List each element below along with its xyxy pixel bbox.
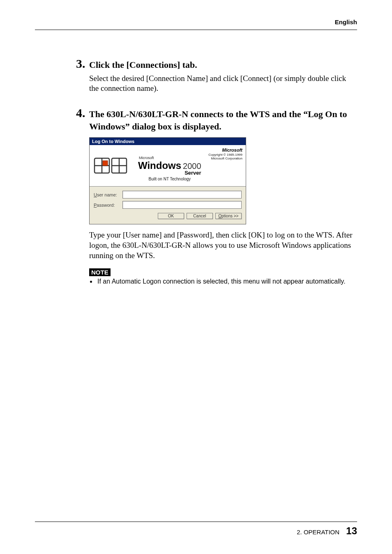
- password-field[interactable]: [122, 201, 242, 209]
- banner-copyright: Microsoft Copyright © 1985-1999 Microsof…: [208, 148, 242, 160]
- cancel-button[interactable]: Cancel: [187, 213, 213, 219]
- step-body-after: Type your [User name] and [Password], th…: [89, 230, 357, 261]
- dialog-banner: Microsoft Copyright © 1985-1999 Microsof…: [90, 145, 246, 187]
- footer-page-number: 13: [346, 525, 357, 536]
- password-row: Password:: [94, 201, 242, 209]
- step-body: Select the desired [Connection Name] and…: [89, 74, 357, 94]
- copyright-line1: Copyright © 1985-1999: [208, 153, 242, 157]
- username-row: User name:: [94, 191, 242, 199]
- logon-dialog-figure: Log On to Windows Microsoft Copyright © …: [89, 137, 357, 224]
- step-number: 3.: [76, 57, 89, 71]
- username-label: User name:: [94, 192, 122, 197]
- dialog-button-row: OK Cancel Options >>: [94, 213, 242, 219]
- page-content: 3. Click the [Connections] tab. Select t…: [76, 57, 357, 286]
- copyright-line2: Microsoft Corporation: [211, 157, 242, 160]
- note-list: If an Automatic Logon connection is sele…: [89, 277, 357, 286]
- microsoft-brand: Microsoft: [208, 148, 242, 153]
- windows-keys-icon: [92, 154, 131, 180]
- dialog-titlebar: Log On to Windows: [90, 138, 246, 145]
- ok-button[interactable]: OK: [158, 213, 184, 219]
- page-footer: 2. OPERATION 13: [35, 522, 357, 537]
- logon-dialog: Log On to Windows Microsoft Copyright © …: [89, 137, 246, 224]
- password-label: Password:: [94, 203, 122, 208]
- footer-section: 2. OPERATION: [297, 529, 339, 536]
- note-badge: NOTE: [89, 268, 111, 276]
- step-title: Click the [Connections] tab.: [89, 59, 197, 71]
- step-number: 4.: [76, 106, 89, 120]
- svg-rect-6: [103, 161, 108, 166]
- dialog-form: User name: Password: OK Cancel Options >…: [90, 187, 246, 224]
- options-button[interactable]: Options >>: [215, 213, 242, 219]
- built-on-nt: Built on NT Technology: [138, 177, 201, 181]
- step-3: 3. Click the [Connections] tab.: [76, 57, 357, 71]
- username-field[interactable]: [122, 191, 242, 199]
- header-language: English: [335, 18, 357, 25]
- step-4: 4. The 630L-N/630LT-GR-N connects to the…: [76, 106, 357, 132]
- note-item: If an Automatic Logon connection is sele…: [97, 277, 357, 286]
- banner-product: Microsoft Windows 2000 Server Built on N…: [138, 156, 201, 181]
- windows-word: Windows: [138, 160, 181, 171]
- step-title: The 630L-N/630LT-GR-N connects to the WT…: [89, 108, 357, 132]
- page-header: English: [35, 18, 357, 30]
- banner-small-ms: Microsoft: [139, 156, 201, 160]
